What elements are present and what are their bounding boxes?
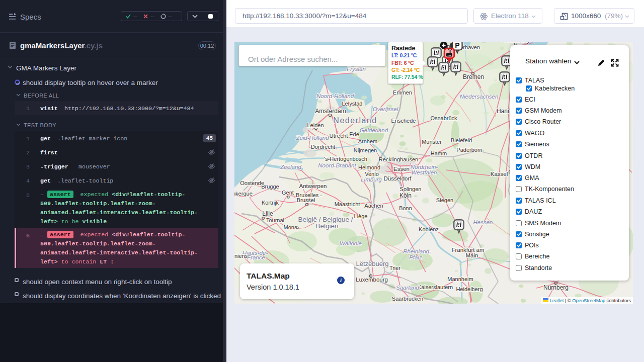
svg-text:Aachen: Aachen [364, 203, 383, 209]
svg-text:Limburg: Limburg [361, 176, 382, 183]
svg-text:Recklinghausen: Recklinghausen [379, 156, 418, 162]
svg-text:Main: Main [466, 252, 478, 258]
svg-text:Westfalen: Westfalen [412, 169, 437, 175]
svg-text:Saarland: Saarland [396, 285, 420, 291]
svg-text:Enschede: Enschede [391, 118, 416, 124]
svg-text:Bielefeld: Bielefeld [451, 137, 472, 143]
svg-text:Zeeland: Zeeland [280, 164, 301, 170]
svg-text:Fryslân: Fryslân [347, 66, 366, 72]
svg-text:niens: niens [234, 253, 248, 259]
svg-text:Oostende: Oostende [240, 180, 264, 186]
svg-text:Overijssel: Overijssel [373, 106, 398, 112]
svg-text:Helmond: Helmond [358, 164, 380, 170]
svg-text:Pfalz: Pfalz [409, 254, 422, 260]
svg-text:Brugge: Brugge [261, 184, 279, 190]
svg-text:Nürnberg: Nürnberg [543, 284, 569, 291]
svg-text:Rheinland-: Rheinland- [403, 248, 431, 254]
svg-text:Bremen: Bremen [463, 73, 484, 80]
svg-text:Ede: Ede [349, 131, 359, 137]
svg-text:Dordrecht: Dordrecht [311, 144, 335, 150]
svg-text:Hamm: Hamm [431, 150, 447, 156]
svg-text:Utrecht: Utrecht [329, 133, 348, 139]
svg-text:Kaiserslautern: Kaiserslautern [418, 284, 453, 290]
svg-text:Münster: Münster [422, 139, 442, 145]
svg-text:Siegen: Siegen [436, 197, 453, 203]
svg-text:Lille: Lille [262, 210, 273, 217]
svg-text:Mannheim: Mannheim [447, 276, 473, 282]
svg-text:Leiden: Leiden [307, 122, 324, 128]
svg-text:Brussel: Brussel [297, 197, 315, 203]
svg-text:'s-Hertogenbosch: 's-Hertogenbosch [324, 156, 367, 162]
svg-text:Solingen: Solingen [400, 186, 422, 192]
svg-text:Arnhem: Arnhem [358, 138, 378, 144]
svg-text:Hamburg: Hamburg [504, 42, 529, 44]
svg-text:Lëtzebuerg: Lëtzebuerg [356, 260, 388, 267]
svg-text:Lelystad: Lelystad [342, 101, 363, 107]
svg-text:Kassel: Kassel [491, 171, 508, 177]
svg-text:Liège: Liège [354, 213, 368, 219]
svg-text:Mons: Mons [284, 224, 297, 230]
svg-text:Osnabrück: Osnabrück [430, 115, 457, 121]
svg-text:Saarbrücken: Saarbrücken [392, 296, 423, 302]
svg-text:Trier: Trier [389, 265, 401, 271]
svg-text:nkerque: nkerque [234, 191, 253, 197]
svg-text:Bonn: Bonn [399, 205, 412, 211]
svg-text:Zuid-Holland: Zuid-Holland [295, 135, 329, 141]
svg-text:Köln: Köln [399, 192, 412, 199]
svg-text:Amsterdam: Amsterdam [315, 108, 346, 115]
svg-text:P: P [455, 42, 459, 49]
svg-text:Paderborn: Paderborn [456, 147, 482, 153]
svg-text:Wallonie: Wallonie [340, 240, 362, 246]
svg-text:Emmen: Emmen [393, 89, 412, 96]
svg-text:Kortrijk: Kortrijk [262, 200, 279, 206]
svg-text:Antwerpen: Antwerpen [299, 183, 327, 189]
svg-text:Nijmegen: Nijmegen [354, 147, 377, 153]
svg-text:Nederland: Nederland [333, 116, 377, 125]
svg-text:France: France [247, 254, 265, 260]
svg-text:Maastricht: Maastricht [335, 201, 360, 207]
svg-text:Gelderland: Gelderland [360, 127, 388, 133]
svg-text:Belgien: Belgien [315, 222, 338, 230]
svg-text:Noord-Brabant: Noord-Brabant [318, 162, 356, 168]
svg-text:Noord-Holland: Noord-Holland [316, 93, 354, 99]
svg-text:Niedersachsen: Niedersachsen [460, 94, 499, 100]
svg-text:Koblenz: Koblenz [419, 226, 439, 232]
svg-text:Tournai: Tournai [266, 217, 284, 223]
svg-text:Hessen: Hessen [473, 219, 493, 225]
svg-text:Heidelberg: Heidelberg [456, 286, 482, 292]
svg-text:Gent: Gent [282, 190, 294, 196]
svg-text:Essen: Essen [393, 166, 410, 172]
svg-text:Düsseldorf: Düsseldorf [384, 175, 412, 182]
svg-text:Luxembourg: Luxembourg [356, 277, 388, 283]
